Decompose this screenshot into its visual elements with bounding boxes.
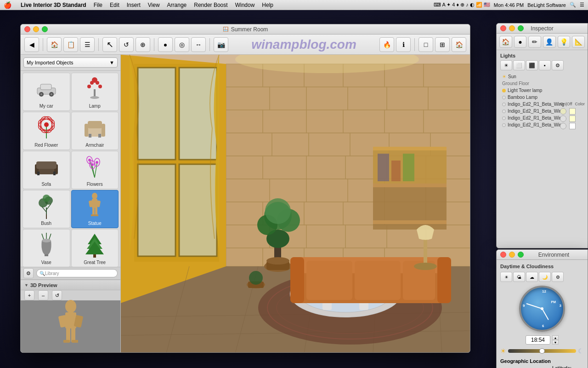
env-close-btn[interactable] bbox=[500, 252, 506, 258]
menu-view[interactable]: View bbox=[148, 2, 160, 8]
svg-rect-21 bbox=[102, 124, 105, 137]
play-btn[interactable]: ◎ bbox=[175, 37, 189, 52]
menu-insert[interactable]: Insert bbox=[127, 2, 141, 8]
light-color-swatch-2[interactable] bbox=[569, 123, 576, 129]
time-btn-night[interactable]: 🌙 bbox=[539, 272, 551, 282]
settings-btn[interactable]: ⚙ bbox=[23, 268, 34, 278]
inspector-object-btn[interactable]: ● bbox=[514, 36, 527, 48]
walk-btn[interactable]: ↔ bbox=[191, 37, 206, 52]
light-btn-add[interactable]: ⚙ bbox=[552, 60, 564, 70]
zoom-in-btn[interactable]: + bbox=[24, 290, 34, 300]
items-btn[interactable]: 📋 bbox=[63, 37, 78, 52]
rotate-tool[interactable]: ↺ bbox=[119, 37, 134, 52]
svg-rect-71 bbox=[72, 340, 78, 343]
menu-edit[interactable]: Edit bbox=[110, 2, 119, 8]
objects-dropdown[interactable]: My Imported Objects ▼ bbox=[23, 58, 118, 68]
search-icon[interactable]: 🔍 bbox=[570, 2, 576, 8]
light-item-1[interactable]: Bamboo Lamp bbox=[500, 94, 584, 101]
render-btn[interactable]: 🔥 bbox=[379, 37, 394, 52]
home-btn[interactable]: 🏠 bbox=[452, 37, 466, 52]
time-btn-day[interactable]: 🌤 bbox=[513, 272, 525, 282]
light-btn-3[interactable]: ⬛ bbox=[526, 60, 538, 70]
light-color-swatch-0[interactable] bbox=[569, 108, 576, 115]
inspector-person-btn[interactable]: 👤 bbox=[543, 36, 556, 48]
light-btn-2[interactable]: ⬜ bbox=[513, 60, 525, 70]
time-display[interactable]: 18:54 bbox=[526, 335, 550, 345]
time-btn-sunrise[interactable]: ☀ bbox=[500, 272, 512, 282]
close-button[interactable] bbox=[24, 26, 30, 32]
object-item-great-tree[interactable]: Great Tree bbox=[71, 229, 119, 267]
light-color-swatch-1[interactable] bbox=[569, 115, 576, 122]
floor-plan-btn[interactable]: 🏠 bbox=[47, 37, 62, 52]
inspector-minimize-btn[interactable] bbox=[509, 25, 515, 31]
window-title-icon: 🪟 bbox=[223, 27, 228, 32]
brightness-slider[interactable] bbox=[508, 349, 576, 353]
object-item-bush[interactable]: Bush bbox=[23, 190, 70, 228]
svg-point-10 bbox=[98, 85, 102, 88]
view-btn-1[interactable]: □ bbox=[418, 37, 433, 52]
search-box[interactable]: 🔍 Library bbox=[36, 269, 118, 277]
light-item-0[interactable]: Light Tower lamp bbox=[500, 87, 584, 94]
light-btn-1[interactable]: ☀ bbox=[500, 60, 512, 70]
inspector-title: Inspector bbox=[531, 25, 553, 32]
minimize-button[interactable] bbox=[33, 26, 39, 32]
info-btn[interactable]: ℹ bbox=[396, 37, 411, 52]
view-btn-2[interactable]: ⊞ bbox=[435, 37, 450, 52]
red-flower-icon bbox=[33, 114, 60, 142]
object-item-lamp[interactable]: Lamp bbox=[71, 73, 119, 111]
menu-list-icon[interactable]: ☰ bbox=[580, 2, 584, 8]
menu-arrange[interactable]: Arrange bbox=[167, 2, 187, 8]
geo-title: Geographic Location bbox=[500, 358, 584, 364]
menu-right-area: ⌨ A ✦ 4 ♦ ⊕ ♪ ◐ 📶 🇺🇸 Mon 4:46 PM BeLight… bbox=[434, 2, 584, 8]
time-btn-cloudy[interactable]: ☁ bbox=[526, 272, 538, 282]
lamp-icon bbox=[81, 75, 108, 103]
light-on-indicator-0[interactable] bbox=[560, 108, 566, 115]
apple-menu[interactable]: 🍎 bbox=[4, 1, 11, 9]
brightness-thumb[interactable] bbox=[539, 348, 545, 354]
app-name-menu[interactable]: Live Interior 3D Standard bbox=[21, 2, 86, 8]
env-minimize-btn[interactable] bbox=[509, 252, 515, 258]
list-btn[interactable]: ☰ bbox=[80, 37, 95, 52]
light-on-indicator-2[interactable] bbox=[560, 123, 566, 129]
object-item-red-flower[interactable]: Red Flower bbox=[23, 112, 70, 150]
inspector-fullscreen-btn[interactable] bbox=[518, 25, 524, 31]
inspector-material-btn[interactable]: ✏ bbox=[528, 36, 541, 48]
inspector-floor-btn[interactable]: 🏠 bbox=[499, 36, 512, 48]
inspector-titlebar: Inspector bbox=[497, 23, 588, 34]
svg-rect-22 bbox=[88, 121, 102, 128]
zoom-out-btn[interactable]: – bbox=[38, 290, 48, 300]
back-btn[interactable]: ◀ bbox=[24, 37, 39, 52]
time-btn-settings[interactable]: ⚙ bbox=[552, 272, 564, 282]
menu-window[interactable]: Window bbox=[235, 2, 255, 8]
menu-help[interactable]: Help bbox=[262, 2, 273, 8]
inspector-close-btn[interactable] bbox=[500, 25, 506, 31]
camera-btn[interactable]: 📷 bbox=[214, 37, 228, 52]
on-off-header: On|Off bbox=[560, 102, 572, 106]
object-item-my-car[interactable]: My car bbox=[23, 73, 70, 111]
time-up-btn[interactable]: ▲ bbox=[552, 335, 559, 340]
light-on-indicator-1[interactable] bbox=[560, 115, 566, 122]
light-btn-4[interactable]: ▪ bbox=[539, 60, 551, 70]
time-down-btn[interactable]: ▼ bbox=[552, 340, 559, 345]
fullscreen-button[interactable] bbox=[42, 26, 48, 32]
object-item-vase[interactable]: Vase bbox=[23, 229, 70, 267]
preview-header[interactable]: ▼ 3D Preview bbox=[21, 280, 120, 290]
object-item-statue[interactable]: Statue bbox=[71, 190, 119, 228]
menu-render-boost[interactable]: Render Boost bbox=[194, 2, 227, 8]
select-tool[interactable]: ↖ bbox=[102, 37, 117, 52]
menu-file[interactable]: File bbox=[94, 2, 102, 8]
move-tool[interactable]: ⊕ bbox=[136, 37, 150, 52]
object-item-armchair[interactable]: Armchair bbox=[71, 112, 119, 150]
record-btn[interactable]: ● bbox=[158, 37, 173, 52]
object-item-flowers[interactable]: Flowers bbox=[71, 151, 119, 189]
object-item-sofa[interactable]: Sofa bbox=[23, 151, 70, 189]
armchair-label: Armchair bbox=[85, 143, 104, 148]
svg-point-177 bbox=[414, 263, 437, 270]
svg-rect-51 bbox=[92, 207, 95, 215]
svg-rect-53 bbox=[91, 214, 95, 216]
env-fullscreen-btn[interactable] bbox=[518, 252, 524, 258]
sun-light-item[interactable]: ☀ Sun bbox=[500, 73, 584, 80]
separator-4 bbox=[209, 38, 210, 51]
inspector-measure-btn[interactable]: 📐 bbox=[572, 36, 585, 48]
inspector-light-btn[interactable]: 💡 bbox=[558, 36, 571, 48]
